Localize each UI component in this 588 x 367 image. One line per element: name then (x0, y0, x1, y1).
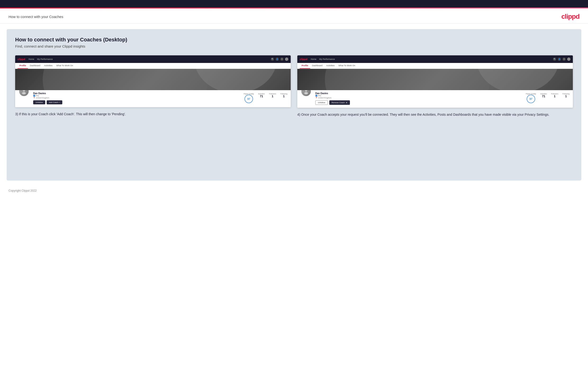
copyright: Copyright Clippd 2022 (9, 189, 37, 192)
left-buttons: Unfollow Add Coach + (33, 100, 158, 104)
quality-circle-left: 97 (244, 95, 253, 103)
location-icon: 📍 (33, 97, 35, 99)
left-caption: 3) If this is your Coach click 'Add Coac… (15, 111, 291, 117)
right-screenshot-col: clippd Home My Performance 🔍 👤 ⚙ Profile (297, 55, 573, 117)
main-subheading: Find, connect and share your Clippd insi… (15, 44, 573, 48)
left-stat-activities: Activities 71 (258, 93, 265, 103)
search-icon-right[interactable]: 🔍 (553, 58, 556, 61)
avatar-icon[interactable] (285, 58, 288, 61)
left-stats: Player Quality 97 Activities 71 Follower… (162, 90, 288, 103)
left-nav-performance[interactable]: My Performance (37, 58, 52, 60)
left-nav-icons: 🔍 👤 ⚙ (271, 58, 288, 61)
settings-icon[interactable]: ⚙ (280, 58, 284, 61)
footer: Copyright Clippd 2022 (0, 186, 588, 195)
tab-dashboard-right[interactable]: Dashboard (310, 63, 324, 69)
quality-circle-right: 97 (527, 95, 535, 103)
right-user-location: 📍 United Kingdom (315, 97, 441, 99)
right-nav-icons: 🔍 👤 ⚙ (553, 58, 571, 61)
main-heading: How to connect with your Coaches (Deskto… (15, 37, 573, 43)
left-stat-followers: Followers 1 (269, 93, 276, 103)
right-user-role: Pro (315, 95, 441, 97)
right-buttons: Unfollow Remove Coach ✕ (315, 100, 441, 105)
right-mini-tabs: Profile Dashboard Activities What To Wor… (297, 63, 573, 69)
unfollow-button-left[interactable]: Unfollow (33, 100, 45, 104)
right-banner-overlay (297, 69, 573, 90)
svg-point-1 (22, 92, 26, 94)
left-user-name: Dan Davies (33, 92, 158, 95)
right-stat-quality: Player Quality 97 (526, 93, 536, 103)
left-profile-section: Dan Davies Pro 📍 United Kingdom Unfollow (15, 90, 291, 107)
logo: clippd (562, 13, 579, 20)
svg-point-3 (304, 92, 308, 94)
check-icon-right (315, 95, 318, 97)
right-nav-logo: clippd (300, 58, 307, 61)
tab-activities-left[interactable]: Activities (42, 63, 54, 69)
left-user-info: Dan Davies Pro 📍 United Kingdom Unfollow (33, 90, 158, 104)
right-screenshot: clippd Home My Performance 🔍 👤 ⚙ Profile (297, 55, 573, 108)
user-icon[interactable]: 👤 (276, 58, 279, 61)
right-banner (297, 69, 573, 90)
left-screenshot-col: clippd Home My Performance 🔍 👤 ⚙ Profile (15, 55, 291, 117)
right-user-info: Dan Davies Pro 📍 United Kingdom Unfollow (315, 90, 441, 105)
search-icon[interactable]: 🔍 (271, 58, 274, 61)
left-banner-overlay (15, 69, 291, 90)
right-stat-following: Following 1 (562, 93, 570, 103)
right-mini-nav: clippd Home My Performance 🔍 👤 ⚙ (297, 55, 573, 63)
tab-what-to-work-on-right[interactable]: What To Work On (337, 63, 357, 69)
left-stat-following: Following 1 (280, 93, 287, 103)
right-stat-followers: Followers 1 (551, 93, 558, 103)
left-user-location: 📍 United Kingdom (33, 97, 158, 99)
left-user-role: Pro (33, 95, 158, 97)
left-mini-nav: clippd Home My Performance 🔍 👤 ⚙ (15, 55, 291, 63)
tab-dashboard-left[interactable]: Dashboard (28, 63, 42, 69)
left-nav-logo: clippd (17, 58, 25, 61)
unfollow-button-right[interactable]: Unfollow (315, 100, 328, 105)
tab-what-to-work-on-left[interactable]: What To Work On (54, 63, 75, 69)
tab-profile-left[interactable]: Profile (17, 63, 28, 69)
user-icon-right[interactable]: 👤 (558, 58, 561, 61)
location-icon-right: 📍 (315, 97, 318, 99)
settings-icon-right[interactable]: ⚙ (562, 58, 566, 61)
right-nav-items: Home My Performance (311, 58, 550, 60)
left-stat-quality: Player Quality 97 (243, 93, 254, 103)
screenshots-row: clippd Home My Performance 🔍 👤 ⚙ Profile (15, 55, 573, 117)
right-user-name: Dan Davies (315, 92, 441, 95)
main-content: How to connect with your Coaches (Deskto… (7, 29, 581, 181)
add-coach-button[interactable]: Add Coach + (47, 100, 62, 104)
left-nav-home[interactable]: Home (28, 58, 34, 60)
right-nav-performance[interactable]: My Performance (319, 58, 335, 60)
page-title: How to connect with your Coaches (9, 15, 63, 19)
header: How to connect with your Coaches clippd (0, 8, 588, 24)
avatar-icon-right[interactable] (567, 58, 571, 61)
left-screenshot: clippd Home My Performance 🔍 👤 ⚙ Profile (15, 55, 291, 107)
remove-coach-button[interactable]: Remove Coach ✕ (329, 100, 350, 105)
right-nav-home[interactable]: Home (311, 58, 316, 60)
right-stats: Player Quality 97 Activities 71 Follower… (444, 90, 570, 103)
right-profile-section: Dan Davies Pro 📍 United Kingdom Unfollow (297, 90, 573, 108)
check-icon (33, 95, 35, 97)
left-banner (15, 69, 291, 90)
left-nav-items: Home My Performance (28, 58, 268, 60)
right-caption: 4) Once your Coach accepts your request … (297, 112, 573, 117)
tab-activities-right[interactable]: Activities (324, 63, 337, 69)
tab-profile-right[interactable]: Profile (300, 63, 310, 69)
right-stat-activities: Activities 71 (540, 93, 547, 103)
left-mini-tabs: Profile Dashboard Activities What To Wor… (15, 63, 291, 69)
top-bar (0, 0, 588, 8)
